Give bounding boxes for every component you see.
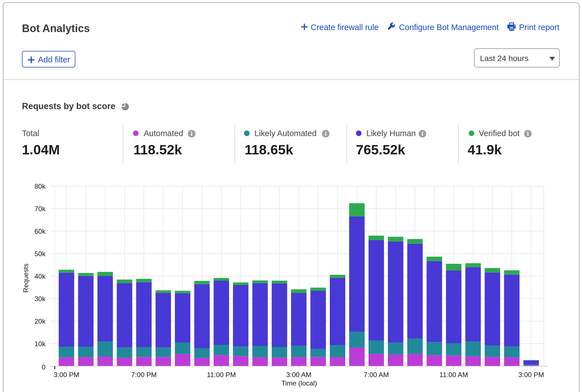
svg-text:3:00 PM: 3:00 PM (54, 371, 79, 379)
svg-text:7:00 AM: 7:00 AM (364, 371, 389, 379)
svg-text:50k: 50k (34, 250, 46, 258)
svg-text:11:00 AM: 11:00 AM (439, 371, 468, 379)
svg-text:7:00 PM: 7:00 PM (131, 371, 157, 379)
svg-text:Requests: Requests (22, 263, 30, 293)
svg-text:11:00 PM: 11:00 PM (207, 371, 236, 379)
svg-text:70k: 70k (34, 205, 46, 213)
svg-text:40k: 40k (34, 272, 46, 280)
svg-text:0: 0 (42, 363, 46, 371)
svg-text:3:00 AM: 3:00 AM (286, 371, 312, 379)
svg-text:3:00 PM: 3:00 PM (518, 371, 544, 379)
svg-text:60k: 60k (34, 227, 46, 235)
svg-text:Time (local): Time (local) (281, 379, 317, 387)
svg-text:30k: 30k (34, 295, 46, 303)
svg-text:10k: 10k (34, 340, 46, 348)
svg-text:20k: 20k (34, 317, 46, 325)
svg-text:80k: 80k (34, 183, 46, 190)
